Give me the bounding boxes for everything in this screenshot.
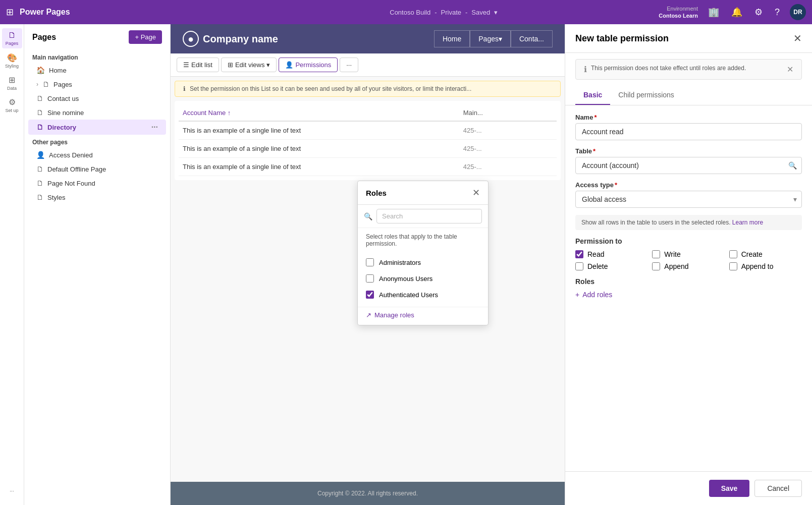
- perm-create-checkbox[interactable]: [729, 250, 737, 258]
- search-icon: 🔍: [364, 212, 372, 220]
- roles-list: Administrators Anonymous Users Authentic…: [358, 252, 488, 307]
- warning-icon: ℹ: [584, 65, 587, 74]
- role-checkbox-anonymous[interactable]: [366, 274, 374, 283]
- preview-nav-home[interactable]: Home: [434, 30, 470, 47]
- panel-close-button[interactable]: ✕: [793, 32, 802, 44]
- perm-read: Read: [575, 250, 648, 258]
- panel-title: New table permission: [575, 33, 669, 44]
- nav-item-contact[interactable]: 🗋 Contact us: [28, 91, 166, 105]
- settings-icon[interactable]: ⚙: [752, 5, 765, 20]
- nav-item-home[interactable]: 🏠 Home: [28, 63, 166, 77]
- panel-footer: Save Cancel: [565, 471, 812, 505]
- offline-icon: 🗋: [36, 165, 43, 173]
- preview-logo: ● Company name: [183, 31, 278, 47]
- sidebar-item-pages[interactable]: 🗋 Pages: [2, 28, 22, 48]
- edit-views-button[interactable]: ⊞ Edit views ▾: [221, 58, 277, 72]
- tab-basic[interactable]: Basic: [575, 86, 610, 105]
- main-layout: 🗋 Pages 🎨 Styling ⊞ Data ⚙ Set up ··· Pa…: [0, 24, 812, 505]
- cancel-button[interactable]: Cancel: [754, 480, 802, 497]
- notification-icon[interactable]: 🔔: [729, 5, 744, 20]
- help-icon[interactable]: ?: [773, 5, 782, 20]
- perm-read-checkbox[interactable]: [575, 250, 583, 258]
- table-search-icon: 🔍: [788, 161, 797, 170]
- home-icon: 🏠: [36, 66, 45, 74]
- permissions-button[interactable]: 👤 Permissions: [279, 58, 338, 72]
- name-input[interactable]: [575, 123, 802, 140]
- pages-sidebar: Pages + Page Main navigation 🏠 Home › 🗋 …: [24, 24, 171, 505]
- add-roles-button[interactable]: + Add roles: [575, 291, 612, 299]
- nav-item-pages[interactable]: › 🗋 Pages: [28, 77, 166, 91]
- perm-delete-checkbox[interactable]: [575, 262, 583, 270]
- cell-1-2: 425-...: [463, 127, 557, 134]
- external-link-icon: ↗: [366, 311, 371, 319]
- perm-read-label: Read: [587, 250, 604, 258]
- role-item-administrators[interactable]: Administrators: [366, 254, 480, 270]
- table-label: Table *: [575, 147, 802, 155]
- access-type-select[interactable]: Global access Self Account Parent: [575, 191, 802, 208]
- tab-child-permissions[interactable]: Child permissions: [610, 86, 682, 105]
- environment-icon[interactable]: 🏢: [706, 5, 721, 20]
- chevron-icon: ›: [36, 81, 38, 88]
- styles-icon: 🗋: [36, 193, 43, 201]
- access-denied-icon: 👤: [36, 151, 45, 159]
- pages-header: Pages + Page: [24, 30, 170, 50]
- more-dots-icon: ···: [10, 488, 14, 494]
- perm-append-label: Append: [664, 262, 688, 270]
- nav-item-styles[interactable]: 🗋 Styles: [28, 190, 166, 204]
- avatar[interactable]: DR: [790, 4, 806, 20]
- preview-nav-pages[interactable]: Pages▾: [470, 30, 511, 47]
- permissions-grid: Read Write Create Delete Append: [575, 250, 802, 270]
- add-roles-icon: +: [575, 291, 579, 299]
- nav-item-directory[interactable]: 🗋 Directory ···: [28, 120, 166, 135]
- nav-item-not-found[interactable]: 🗋 Page Not Found: [28, 176, 166, 190]
- nav-label-home: Home: [49, 67, 67, 74]
- nav-label-styles: Styles: [47, 194, 65, 201]
- roles-popup-close-button[interactable]: ✕: [472, 187, 480, 198]
- manage-roles-link[interactable]: ↗ Manage roles: [358, 307, 488, 325]
- table-header: Account Name ↑ Main...: [179, 105, 557, 122]
- sidebar-item-styling[interactable]: 🎨 Styling: [2, 50, 22, 71]
- directory-icon: 🗋: [36, 123, 43, 131]
- nav-label-directory: Directory: [47, 124, 76, 131]
- sidebar-more[interactable]: ···: [2, 481, 22, 501]
- role-checkbox-authenticated[interactable]: [366, 291, 374, 299]
- grid-icon[interactable]: ⊞: [6, 7, 14, 18]
- learn-more-link[interactable]: Learn more: [732, 219, 763, 226]
- nav-item-access-denied[interactable]: 👤 Access Denied: [28, 148, 166, 162]
- role-item-authenticated[interactable]: Authenticated Users: [366, 287, 480, 303]
- site-status: Private: [441, 9, 461, 16]
- nav-item-offline[interactable]: 🗋 Default Offline Page: [28, 162, 166, 176]
- pages-icon: 🗋: [8, 31, 16, 40]
- perm-append-checkbox[interactable]: [652, 262, 660, 270]
- table-input[interactable]: [575, 157, 802, 174]
- nav-label-offline: Default Offline Page: [47, 165, 106, 173]
- roles-search-input[interactable]: [376, 209, 482, 223]
- pages-title: Pages: [32, 33, 56, 42]
- col-account-name[interactable]: Account Name ↑: [179, 109, 463, 117]
- more-button[interactable]: ···: [340, 58, 358, 72]
- sidebar-item-data[interactable]: ⊞ Data: [2, 73, 22, 93]
- nav-item-sine[interactable]: 🗋 Sine nomine: [28, 105, 166, 120]
- app-title: Power Pages: [20, 8, 229, 17]
- dropdown-icon[interactable]: ▾: [494, 9, 498, 16]
- perm-delete: Delete: [575, 262, 648, 270]
- nav-label-not-found: Page Not Found: [47, 180, 95, 187]
- role-item-anonymous[interactable]: Anonymous Users: [366, 270, 480, 287]
- edit-list-button[interactable]: ☰ Edit list: [177, 58, 219, 72]
- role-checkbox-administrators[interactable]: [366, 258, 374, 266]
- sidebar-item-setup[interactable]: ⚙ Set up: [2, 95, 22, 115]
- perm-append-to-checkbox[interactable]: [729, 262, 737, 270]
- panel-tabs: Basic Child permissions: [565, 86, 812, 105]
- save-status: Saved: [471, 9, 490, 16]
- perm-append: Append: [652, 262, 725, 270]
- directory-more-btn[interactable]: ···: [151, 123, 158, 132]
- perm-write-checkbox[interactable]: [652, 250, 660, 258]
- panel-header: New table permission ✕: [565, 24, 812, 53]
- warning-close-button[interactable]: ✕: [787, 65, 793, 74]
- role-label-authenticated: Authenticated Users: [379, 291, 438, 299]
- preview-nav-contact[interactable]: Conta...: [511, 30, 553, 47]
- permissions-icon: 👤: [285, 61, 293, 69]
- save-button[interactable]: Save: [709, 480, 750, 497]
- add-page-button[interactable]: + Page: [129, 30, 162, 44]
- roles-label: Roles: [575, 277, 802, 286]
